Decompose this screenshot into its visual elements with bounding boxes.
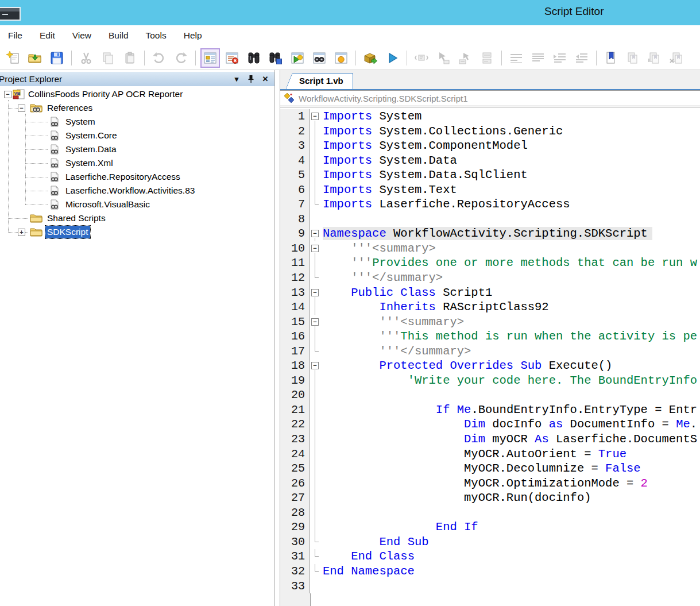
tree-connector (8, 108, 18, 109)
close-icon[interactable]: ✕ (261, 75, 270, 84)
code-line[interactable]: 29 End If (280, 520, 700, 535)
fold-collapse-icon[interactable]: − (310, 109, 320, 124)
menu-tools[interactable]: Tools (146, 30, 167, 41)
code-text: '''<summary> (320, 241, 436, 256)
code-line[interactable]: 9−Namespace WorkflowActivity.Scripting.S… (280, 226, 700, 241)
breakpoints-window-icon[interactable] (332, 49, 350, 67)
error-list-icon[interactable] (223, 49, 241, 67)
menu-help[interactable]: Help (184, 30, 202, 41)
properties-window-icon[interactable] (202, 49, 219, 67)
collapse-expander-icon[interactable]: − (18, 105, 25, 112)
code-line[interactable]: 26 MyOCR.OptimizationMode = 2 (280, 476, 700, 491)
code-line[interactable]: 8 (280, 212, 700, 227)
fold-collapse-icon[interactable]: − (310, 241, 320, 256)
tree-item-collinsfoods-priority-ap-ocr-reporter[interactable]: −VBCollinsFoods Priority AP OCR Reporter (0, 87, 274, 101)
tab-script1[interactable]: Script 1.vb (293, 73, 353, 89)
code-line[interactable]: 24 MyOCR.AutoOrient = True (280, 447, 700, 462)
code-line[interactable]: 28 (280, 505, 700, 520)
code-line[interactable]: 31 End Class (280, 549, 700, 564)
code-line[interactable]: 22 Dim docInfo as DocumentInfo = Me. (280, 417, 700, 432)
tree-item-label: System (64, 115, 97, 128)
menu-edit[interactable]: Edit (40, 30, 55, 41)
fold-collapse-icon[interactable]: − (310, 315, 320, 330)
toolbar-separator (195, 51, 196, 65)
code-line[interactable]: 19 'Write your code here. The BoundEntry… (280, 373, 700, 388)
code-line[interactable]: 21 If Me.BoundEntryInfo.EntryType = Entr (280, 403, 700, 418)
assembly-icon (49, 158, 60, 171)
tree-connector (25, 204, 48, 205)
line-number: 25 (280, 461, 310, 476)
code-line[interactable]: 15− '''<summary> (280, 315, 700, 330)
code-line[interactable]: 16 '''This method is run when the activi… (280, 329, 700, 344)
find-icon[interactable] (245, 49, 262, 67)
toolbar-separator (501, 51, 502, 65)
new-script-icon[interactable] (5, 49, 22, 67)
code-text: Inherits RAScriptClass92 (320, 300, 549, 315)
expand-expander-icon[interactable]: + (18, 229, 25, 236)
code-line[interactable]: 6Imports System.Text (280, 183, 700, 198)
line-number: 22 (280, 417, 310, 432)
fold-box-icon[interactable]: − (311, 230, 319, 237)
code-line[interactable]: 14 Inherits RAScriptClass92 (280, 300, 700, 315)
tree-item-references[interactable]: −References (0, 101, 274, 115)
watch-window-icon[interactable] (311, 49, 328, 67)
code-line[interactable]: 20 (280, 388, 700, 403)
window-title: Script Editor (544, 5, 604, 18)
project-explorer-panel: Project Explorer ▾ ✕ −VBCollinsFoods Pri… (0, 70, 274, 606)
tree-connector (25, 177, 48, 177)
toggle-bookmark-icon[interactable] (602, 49, 620, 67)
menu-file[interactable]: File (8, 30, 22, 41)
fold-box-icon[interactable]: − (311, 362, 319, 369)
tree-item-label: CollinsFoods Priority AP OCR Reporter (26, 88, 184, 101)
code-line[interactable]: 5Imports System.Data.SqlClient (280, 168, 700, 183)
code-line[interactable]: 17 '''</summary> (280, 344, 700, 359)
code-line[interactable]: 4Imports System.Data (280, 153, 700, 168)
fold-box-icon[interactable]: − (311, 113, 319, 120)
code-line[interactable]: 1−Imports System (280, 109, 700, 124)
code-line[interactable]: 3Imports System.ComponentModel (280, 138, 700, 153)
vb-project-icon: VB (13, 89, 25, 102)
code-text: Imports System.Text (320, 183, 457, 198)
open-icon[interactable] (26, 49, 44, 67)
code-line[interactable]: 11 '''Provides one or more methods that … (280, 256, 700, 271)
code-editor[interactable]: 1−Imports System2Imports System.Collecti… (280, 109, 700, 606)
fold-collapse-icon[interactable]: − (310, 226, 320, 241)
tree-item-sdkscript[interactable]: +SDKScript (0, 225, 274, 239)
svg-text:VB: VB (14, 91, 21, 96)
assembly-icon (49, 130, 60, 143)
code-line[interactable]: 30 End Sub (280, 535, 700, 550)
build-icon[interactable] (362, 49, 379, 67)
code-line[interactable]: 23 Dim myOCR As Laserfiche.DocumentS (280, 432, 700, 447)
fold-collapse-icon[interactable]: − (310, 285, 320, 300)
code-line[interactable]: 13− Public Class Script1 (280, 285, 700, 300)
fold-box-icon[interactable]: − (311, 289, 319, 296)
menu-build[interactable]: Build (109, 30, 128, 41)
redo-icon (172, 49, 189, 67)
collapse-expander-icon[interactable]: − (4, 91, 11, 98)
fold-box-icon[interactable]: − (311, 318, 319, 326)
code-text: End Sub (320, 535, 429, 550)
code-line[interactable]: 18− Protected Overrides Sub Execute() (280, 358, 700, 373)
save-icon[interactable] (48, 49, 65, 67)
code-text: MyOCR.AutoOrient = True (320, 447, 626, 462)
code-line[interactable]: 25 MyOCR.Decolumnize = False (280, 461, 700, 476)
code-line[interactable]: 32End Namespace (280, 564, 700, 579)
start-icon[interactable] (384, 49, 401, 67)
code-line[interactable]: 2Imports System.Collections.Generic (280, 124, 700, 139)
tree-item-label: System.Data (64, 143, 118, 156)
tree-item-shared-scripts[interactable]: Shared Scripts (0, 211, 274, 225)
run-script-icon[interactable] (289, 49, 306, 67)
code-line[interactable]: 27 myOCR.Run(docinfo) (280, 491, 700, 505)
code-line[interactable]: 10− '''<summary> (280, 241, 700, 256)
pin-icon[interactable] (246, 75, 256, 84)
find-replace-icon[interactable] (267, 49, 284, 67)
fold-box-icon[interactable]: − (311, 245, 319, 252)
panel-splitter[interactable] (274, 70, 280, 606)
code-line[interactable]: 33 (280, 579, 700, 594)
code-line[interactable]: 7Imports Laserfiche.RepositoryAccess (280, 197, 700, 212)
menu-view[interactable]: View (72, 30, 91, 41)
chevron-down-icon[interactable]: ▾ (232, 75, 241, 84)
fold-collapse-icon[interactable]: − (310, 358, 320, 373)
line-number: 32 (280, 564, 310, 579)
code-line[interactable]: 12 '''</summary> (280, 271, 700, 285)
